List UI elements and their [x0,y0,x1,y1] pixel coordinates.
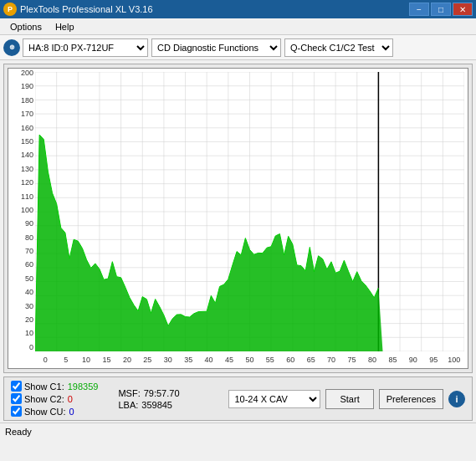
c2-checkbox-label[interactable]: Show C2: [11,393,64,404]
window-title: PlexTools Professional XL V3.16 [20,4,409,14]
y-label: 50 [25,274,33,283]
x-label: 95 [423,356,443,364]
x-label: 45 [219,356,239,364]
x-label: 75 [341,356,361,364]
x-label: 100 [443,356,463,364]
x-label: 20 [117,356,137,364]
x-label: 30 [158,356,178,364]
drive-select[interactable]: HA:8 ID:0 PX-712UF [23,38,148,57]
c2-row: Show C2: 0 [11,393,98,404]
status-panel: Show C1: 198359 Show C2: 0 Show CU: 0 MS… [3,376,473,421]
y-label: 160 [21,124,33,132]
x-label: 60 [280,356,300,364]
x-label: 5 [55,356,75,364]
c1-value: 198359 [68,382,99,392]
minimize-button[interactable]: − [409,3,429,16]
msf-row: MSF: 79:57.70 [118,388,179,398]
right-controls: 10-24 X CAV Start Preferences i [228,389,465,409]
y-label: 60 [25,260,33,269]
lba-row: LBA: 359845 [118,400,179,410]
y-label: 150 [21,137,33,146]
cu-value: 0 [69,407,74,417]
x-label: 80 [362,356,382,364]
menu-help[interactable]: Help [49,20,81,33]
chart-inner [35,72,464,351]
y-label: 140 [21,151,33,159]
chart-area: 2001901801701601501401301201101009080706… [8,68,468,369]
msf-group: MSF: 79:57.70 LBA: 359845 [118,388,179,410]
y-label: 70 [25,247,33,255]
c1-checkbox[interactable] [11,381,22,392]
cu-checkbox[interactable] [11,406,22,417]
y-label: 170 [21,110,33,118]
function-select[interactable]: CD Diagnostic Functions [151,38,281,57]
y-label: 180 [21,96,33,105]
start-button[interactable]: Start [325,389,373,409]
x-axis-labels: 0510152025303540455055606570758085909510… [35,351,464,368]
y-label: 190 [21,82,33,90]
c1-row: Show C1: 198359 [11,381,98,392]
speed-select[interactable]: 10-24 X CAV [228,390,320,408]
y-label: 10 [25,329,33,337]
drive-icon: ⊛ [3,39,20,56]
y-label: 20 [25,315,33,324]
c2-checkbox[interactable] [11,393,22,404]
cu-row: Show CU: 0 [11,406,98,417]
x-label: 65 [300,356,320,364]
y-label: 120 [21,178,33,187]
preferences-button[interactable]: Preferences [379,389,443,409]
msf-value: 79:57.70 [144,388,180,398]
y-label: 90 [25,219,33,228]
y-label: 40 [25,288,33,296]
y-label: 130 [21,165,33,173]
y-label: 110 [21,192,33,201]
x-label: 0 [35,356,55,364]
status-text: Ready [5,427,32,437]
y-label: 80 [25,233,33,242]
x-label: 85 [382,356,402,364]
x-label: 10 [76,356,96,364]
test-select[interactable]: Q-Check C1/C2 Test [284,38,393,57]
x-label: 70 [321,356,341,364]
y-label: 200 [21,69,33,77]
close-button[interactable]: ✕ [453,3,473,16]
drive-selector-group: ⊛ HA:8 ID:0 PX-712UF [3,38,148,57]
menu-bar: Options Help [0,18,476,35]
menu-options[interactable]: Options [3,20,49,33]
x-label: 25 [137,356,157,364]
chart-canvas [35,72,464,351]
window-controls: − □ ✕ [409,3,473,16]
cu-checkbox-label[interactable]: Show CU: [11,406,66,417]
restore-button[interactable]: □ [431,3,451,16]
y-axis-labels: 2001901801701601501401301201101009080706… [8,69,35,351]
x-label: 55 [260,356,280,364]
y-label: 0 [29,343,33,351]
c1-checkbox-label[interactable]: Show C1: [11,381,64,392]
toolbar: ⊛ HA:8 ID:0 PX-712UF CD Diagnostic Funct… [0,35,476,60]
x-label: 90 [403,356,423,364]
title-bar: P PlexTools Professional XL V3.16 − □ ✕ [0,0,476,18]
info-button[interactable]: i [448,391,465,407]
x-label: 40 [198,356,218,364]
y-label: 30 [25,302,33,310]
stat-group-checkboxes: Show C1: 198359 Show C2: 0 Show CU: 0 [11,381,98,417]
y-label: 100 [21,206,33,214]
chart-container: 2001901801701601501401301201101009080706… [3,64,473,373]
x-label: 15 [96,356,116,364]
app-icon: P [3,3,17,16]
x-label: 50 [239,356,259,364]
status-bar: Ready [0,423,476,439]
c2-value: 0 [68,394,73,404]
x-label: 35 [178,356,198,364]
lba-value: 359845 [141,400,172,410]
